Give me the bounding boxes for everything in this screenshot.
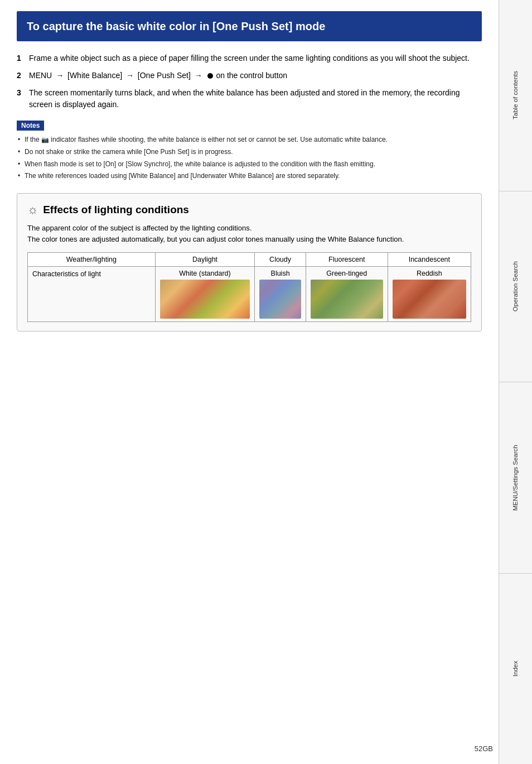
- step-3: 3 The screen momentarily turns black, an…: [17, 87, 482, 110]
- step-2-text: MENU → [White Balance] → [One Push Set] …: [29, 70, 482, 81]
- page-title: To capture the basic white color in [One…: [27, 19, 472, 33]
- step-1: 1 Frame a white object such as a piece o…: [17, 52, 482, 64]
- bullet-circle: [207, 73, 213, 79]
- table-header-1: Daylight: [155, 253, 255, 267]
- sidebar-item-index[interactable]: Index: [499, 574, 532, 765]
- effects-title: ☼ Effects of lighting conditions: [27, 203, 471, 217]
- swatch-cloudy: [259, 280, 301, 319]
- note-4: The white references loaded using [White…: [17, 171, 482, 181]
- note-2: Do not shake or strike the camera while …: [17, 147, 482, 157]
- effects-title-text: Effects of lighting conditions: [43, 204, 189, 216]
- effects-section: ☼ Effects of lighting conditions The app…: [17, 193, 482, 331]
- table-header-0: Weather/lighting: [28, 253, 156, 267]
- table-cell-fluorescent: Green-tinged: [306, 267, 388, 322]
- sidebar-label-index: Index: [511, 661, 520, 676]
- sun-icon: ☼: [27, 203, 38, 217]
- table-row-header: Characteristics of light: [28, 267, 156, 322]
- step-3-number: 3: [17, 87, 29, 110]
- lighting-table: Weather/lighting Daylight Cloudy Fluores…: [27, 252, 471, 322]
- note-3: When flash mode is set to [On] or [Slow …: [17, 160, 482, 169]
- notes-list: If the 📷 indicator flashes while shootin…: [17, 135, 482, 181]
- table-cell-cloudy: Bluish: [255, 267, 306, 322]
- step-1-text: Frame a white object such as a piece of …: [29, 52, 482, 64]
- title-box: To capture the basic white color in [One…: [17, 11, 482, 41]
- step-3-text: The screen momentarily turns black, and …: [29, 87, 482, 110]
- sidebar-label-operation: Operation Search: [511, 261, 520, 311]
- swatch-fluorescent: [311, 280, 383, 319]
- swatch-daylight: [160, 280, 250, 319]
- sidebar-label-toc: Table of contents: [511, 71, 520, 119]
- swatch-incandescent: [393, 280, 466, 319]
- steps-section: 1 Frame a white object such as a piece o…: [17, 52, 482, 110]
- sidebar: Table of contents Operation Search MENU/…: [499, 0, 532, 764]
- step-2-number: 2: [17, 70, 29, 81]
- sidebar-item-operation-search[interactable]: Operation Search: [499, 191, 532, 383]
- step-1-number: 1: [17, 52, 29, 64]
- table-row-characteristics: Characteristics of light White (standard…: [28, 267, 471, 322]
- sidebar-item-menu-search[interactable]: MENU/Settings Search: [499, 382, 532, 574]
- camera-icon: 📷: [41, 136, 49, 144]
- page-number: 52GB: [475, 744, 493, 753]
- notes-label: Notes: [17, 121, 44, 131]
- main-content: To capture the basic white color in [One…: [0, 0, 499, 365]
- table-cell-daylight: White (standard): [155, 267, 255, 322]
- table-cell-incandescent: Reddish: [388, 267, 471, 322]
- table-header-3: Fluorescent: [306, 253, 388, 267]
- table-header-4: Incandescent: [388, 253, 471, 267]
- note-1: If the 📷 indicator flashes while shootin…: [17, 135, 482, 145]
- table-header-2: Cloudy: [255, 253, 306, 267]
- sidebar-item-table-of-contents[interactable]: Table of contents: [499, 0, 532, 191]
- step-2: 2 MENU → [White Balance] → [One Push Set…: [17, 70, 482, 81]
- notes-section: Notes If the 📷 indicator flashes while s…: [17, 121, 482, 181]
- sidebar-label-menu: MENU/Settings Search: [511, 445, 520, 511]
- effects-desc-1: The apparent color of the subject is aff…: [27, 223, 471, 244]
